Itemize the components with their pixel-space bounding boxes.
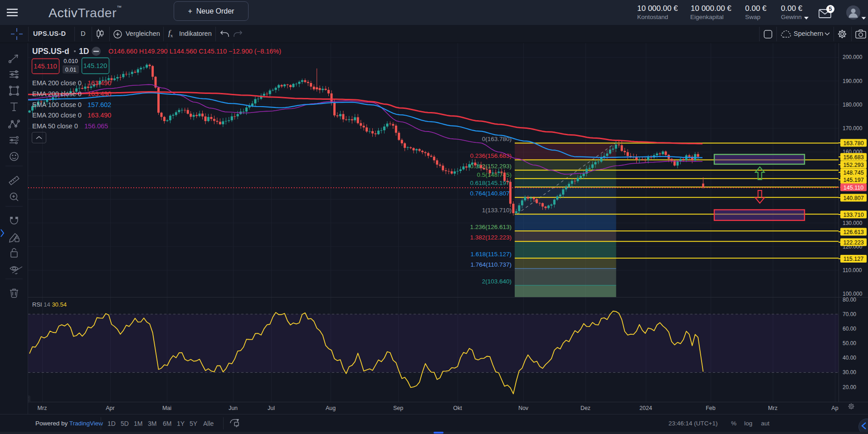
- svg-text:20.00: 20.00: [843, 384, 856, 390]
- svg-text:2(103.640): 2(103.640): [482, 278, 512, 285]
- svg-text:2024: 2024: [639, 405, 652, 411]
- svg-text:70.00: 70.00: [843, 311, 856, 317]
- svg-text:130.000: 130.000: [843, 220, 863, 226]
- svg-text:40.00: 40.00: [843, 355, 856, 361]
- svg-text:Mrz: Mrz: [38, 405, 47, 411]
- svg-text:1.618(115.127): 1.618(115.127): [470, 251, 512, 258]
- svg-text:Feb: Feb: [706, 405, 716, 411]
- svg-text:Ap: Ap: [831, 405, 838, 411]
- svg-text:0.5(148.745): 0.5(148.745): [477, 171, 512, 178]
- svg-text:Jul: Jul: [268, 405, 275, 411]
- svg-text:115.127: 115.127: [844, 256, 863, 262]
- svg-text:Aug: Aug: [326, 405, 336, 411]
- svg-text:200.000: 200.000: [843, 54, 863, 60]
- svg-text:145.120: 145.120: [83, 62, 107, 69]
- svg-text:0.010: 0.010: [63, 58, 78, 64]
- svg-text:Mrz: Mrz: [768, 405, 778, 411]
- svg-text:122.223: 122.223: [843, 239, 863, 246]
- svg-text:Okt: Okt: [453, 405, 462, 411]
- svg-text:Nov: Nov: [518, 405, 529, 411]
- svg-text:180.000: 180.000: [843, 102, 863, 108]
- svg-text:1.236(126.613): 1.236(126.613): [470, 224, 512, 230]
- svg-text:145.197: 145.197: [843, 177, 863, 183]
- svg-text:126.613: 126.613: [843, 229, 863, 235]
- svg-text:EMA 50 close 0: EMA 50 close 0: [32, 122, 78, 130]
- svg-text:EMA 100 close 0: EMA 100 close 0: [32, 101, 82, 108]
- svg-text:80.00: 80.00: [843, 297, 856, 303]
- svg-text:RSI 14 30.54: RSI 14 30.54: [32, 301, 67, 308]
- svg-text:Sep: Sep: [393, 405, 403, 411]
- svg-text:1.764(110.737): 1.764(110.737): [470, 261, 512, 268]
- svg-text:152.293: 152.293: [843, 162, 863, 168]
- svg-text:EMA 200 close 0: EMA 200 close 0: [32, 112, 82, 119]
- svg-text:163.490: 163.490: [88, 90, 111, 98]
- svg-text:163.490: 163.490: [88, 79, 111, 87]
- svg-text:148.745: 148.745: [843, 170, 863, 176]
- svg-text:163.490: 163.490: [88, 112, 111, 119]
- svg-text:1(133.710): 1(133.710): [482, 207, 512, 214]
- svg-text:1.382(122.223): 1.382(122.223): [470, 234, 512, 241]
- svg-text:EMA 200 close 0: EMA 200 close 0: [32, 90, 82, 98]
- svg-text:157.602: 157.602: [88, 101, 111, 108]
- svg-text:1D: 1D: [79, 47, 89, 56]
- svg-text:163.780: 163.780: [843, 140, 863, 146]
- svg-text:133.710: 133.710: [843, 212, 863, 218]
- svg-text:Dez: Dez: [580, 405, 590, 411]
- svg-text:Apr: Apr: [106, 405, 114, 411]
- svg-text:140.807: 140.807: [843, 195, 863, 201]
- svg-text:0.01: 0.01: [65, 67, 76, 73]
- svg-text:156.683: 156.683: [843, 154, 863, 161]
- svg-text:O146.660 H149.290 L144.560: O146.660 H149.290 L144.560 C145.110 −12.…: [108, 48, 281, 55]
- svg-text:0.764(140.807): 0.764(140.807): [470, 190, 512, 197]
- svg-text:Mai: Mai: [162, 405, 171, 411]
- svg-text:60.00: 60.00: [843, 326, 856, 332]
- svg-text:UPS.US-d: UPS.US-d: [32, 47, 69, 56]
- svg-text:145.110: 145.110: [844, 185, 863, 191]
- svg-text:50.00: 50.00: [843, 340, 856, 346]
- svg-text:30.00: 30.00: [843, 369, 856, 375]
- svg-text:EMA 200 close 0: EMA 200 close 0: [32, 79, 82, 87]
- svg-text:156.065: 156.065: [84, 122, 108, 130]
- svg-text:190.000: 190.000: [843, 78, 863, 84]
- svg-text:145.110: 145.110: [34, 63, 57, 70]
- svg-text:Jun: Jun: [229, 405, 238, 411]
- svg-text:170.000: 170.000: [843, 125, 863, 132]
- svg-text:110.000: 110.000: [843, 267, 862, 273]
